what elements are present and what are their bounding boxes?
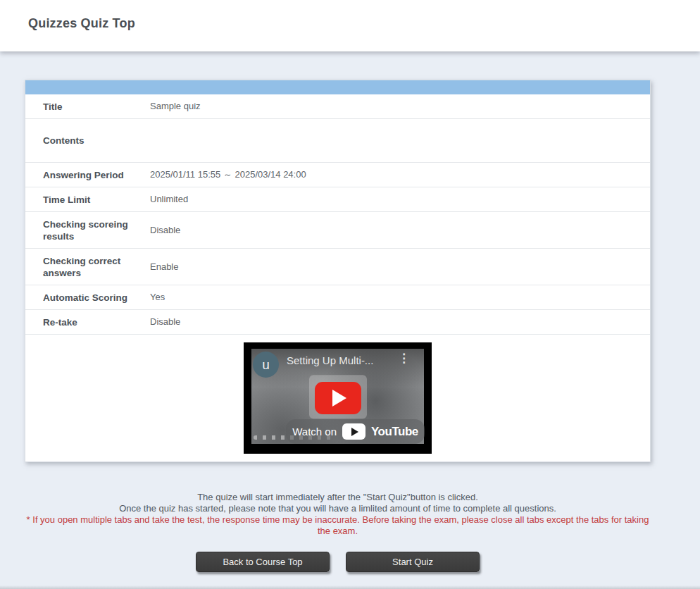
quiz-info-card: Title Sample quiz Contents Answering Per… [25, 80, 651, 462]
app-header: Quizzes Quiz Top [0, 0, 700, 51]
start-quiz-button[interactable]: Start Quiz [346, 552, 480, 572]
channel-avatar[interactable]: u [253, 352, 279, 378]
table-row-checking-scoring: Checking scoreing results Disable [25, 212, 650, 249]
youtube-player[interactable]: u Setting Up Multi-... ⋮ Watch on YouTub… [244, 342, 432, 454]
more-options-icon[interactable]: ⋮ [398, 352, 410, 364]
table-row-answering-period: Answering Period 2025/01/11 15:55 ～ 2025… [25, 163, 650, 187]
row-value: Unlimited [150, 194, 650, 205]
back-to-course-top-button[interactable]: Back to Course Top [196, 552, 330, 572]
table-row-retake: Re-take Disable [25, 310, 650, 335]
page-bottom-edge [0, 585, 700, 589]
play-icon [332, 390, 346, 407]
table-row-checking-correct: Checking correct answers Enable [25, 249, 650, 285]
watch-on-youtube-link[interactable]: Watch on YouTube [286, 419, 425, 444]
row-value: Enable [150, 261, 650, 273]
table-header-bar [25, 80, 650, 94]
row-value: Sample quiz [150, 101, 650, 112]
row-label: Contents [25, 135, 150, 147]
play-button[interactable] [315, 382, 361, 414]
youtube-wordmark: YouTube [371, 425, 418, 439]
row-value: 2025/01/11 15:55 ～ 2025/03/14 24:00 [150, 169, 650, 180]
youtube-logo-icon [342, 423, 365, 440]
page-title: Quizzes Quiz Top [0, 0, 700, 31]
row-value: Yes [150, 292, 650, 303]
row-label: Title [25, 101, 150, 113]
watch-on-label: Watch on [292, 426, 337, 438]
row-label: Answering Period [25, 169, 150, 181]
instruction-line-1: The quize will start immediately after t… [25, 492, 651, 503]
row-label: Automatic Scoring [25, 292, 150, 304]
youtube-play-glyph [351, 428, 358, 436]
row-label: Checking correct answers [25, 255, 150, 279]
row-label: Checking scoreing results [25, 218, 150, 242]
instruction-line-2: Once the quiz has started, please note t… [25, 503, 651, 514]
table-row-video: u Setting Up Multi-... ⋮ Watch on YouTub… [25, 335, 650, 461]
row-value: Disable [150, 225, 650, 236]
multiple-tabs-warning: * If you open multiple tabs and take the… [25, 514, 651, 537]
video-title[interactable]: Setting Up Multi-... [287, 354, 373, 366]
table-row-title: Title Sample quiz [25, 94, 650, 119]
row-label: Re-take [25, 316, 150, 328]
row-label: Time Limit [25, 194, 150, 206]
action-button-row: Back to Course Top Start Quiz [25, 552, 651, 572]
table-row-contents: Contents [25, 119, 650, 163]
table-row-automatic-scoring: Automatic Scoring Yes [25, 285, 650, 310]
quiz-instructions: The quize will start immediately after t… [25, 492, 651, 537]
table-row-time-limit: Time Limit Unlimited [25, 187, 650, 212]
row-value: Disable [150, 316, 650, 328]
